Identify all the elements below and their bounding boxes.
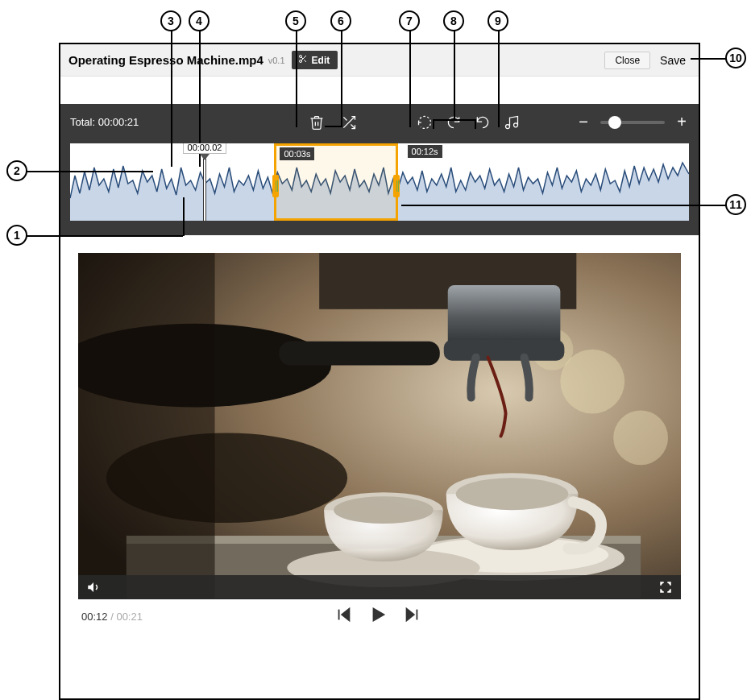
callout-lead [341,31,342,127]
svg-point-8 [506,124,510,128]
callout-9: 9 [488,10,508,31]
selection-handle-right[interactable] [393,175,400,197]
svg-point-20 [613,410,668,465]
svg-rect-26 [279,342,439,366]
callout-lead [27,235,183,237]
callout-3: 3 [160,10,181,31]
total-duration-label: Total: 00:00:21 [70,116,139,128]
svg-marker-41 [407,609,414,621]
video-scene [78,253,681,599]
toolbar: Total: 00:00:21 − [60,104,699,140]
svg-marker-38 [342,609,349,621]
music-icon[interactable] [503,114,521,131]
waveform[interactable]: 00:03s 00:12s 00:00.02 [70,143,689,221]
selection-region[interactable]: 00:03s [274,143,398,221]
fullscreen-icon[interactable] [658,580,673,594]
delete-icon[interactable] [308,114,326,131]
callout-lead [325,126,342,127]
edit-button[interactable]: Edit [292,51,338,69]
svg-point-34 [456,478,569,510]
svg-line-3 [304,60,306,62]
edit-button-label: Edit [312,55,330,66]
svg-point-9 [514,122,518,126]
close-button[interactable]: Close [604,52,650,69]
zoom-out-button[interactable]: − [576,113,591,131]
playhead-time: 00:00.02 [183,143,227,154]
callout-8: 8 [443,10,464,31]
header-bar: Operating Espresso Machine.mp4 v0.1 Edit… [60,44,699,77]
svg-line-6 [351,124,355,128]
scissors-icon [298,54,308,66]
file-version: v0.1 [268,56,285,65]
playhead-line [204,159,205,221]
callout-lead [475,119,476,129]
callout-10: 10 [725,48,746,68]
callout-lead [433,119,476,121]
callout-5: 5 [285,10,306,31]
svg-marker-40 [373,609,384,621]
zoom-slider[interactable] [600,121,665,124]
svg-line-4 [301,57,303,59]
zoom-in-button[interactable]: + [674,113,689,131]
play-icon[interactable] [369,606,387,627]
selection-handle-left[interactable] [272,175,279,197]
callout-11: 11 [725,194,746,215]
volume-icon[interactable] [86,580,101,594]
svg-point-1 [299,60,301,63]
callout-lead [409,31,411,127]
zoom-slider-thumb[interactable] [608,116,621,129]
callout-lead [498,31,500,127]
callout-6: 6 [330,10,351,31]
file-title: Operating Espresso Machine.mp4 [68,53,263,67]
callout-lead [296,31,297,127]
callout-lead [171,31,172,167]
callout-lead [27,171,153,172]
next-icon[interactable] [403,606,421,627]
save-button[interactable]: Save [660,54,686,67]
video-frame[interactable] [78,253,681,599]
callout-lead [454,31,455,121]
reset-icon[interactable] [416,114,434,131]
callout-lead [433,119,434,129]
svg-rect-37 [78,253,215,599]
callout-1: 1 [6,225,27,246]
undo-icon[interactable] [474,114,492,131]
video-editor-app: Operating Espresso Machine.mp4 v0.1 Edit… [59,43,700,700]
callout-4: 4 [189,10,210,31]
duration: 00:21 [116,611,143,623]
selection-end-label: 00:12s [408,145,442,158]
svg-point-0 [299,56,301,58]
svg-rect-24 [444,340,565,361]
video-overlay-bar [78,575,681,599]
svg-point-36 [334,496,434,524]
time-readout: 00:12 / 00:21 [81,611,143,623]
selection-start-label: 00:03s [280,147,314,160]
player-controls: 00:12 / 00:21 [78,599,681,627]
timeline: 00:03s 00:12s 00:00.02 [60,140,699,235]
shuffle-icon[interactable] [340,114,358,131]
prev-icon[interactable] [335,606,353,627]
callout-lead [401,205,733,206]
video-preview-area: 00:12 / 00:21 [78,253,681,627]
callout-7: 7 [399,10,420,31]
current-time: 00:12 [81,611,108,623]
callout-2: 2 [6,160,27,181]
svg-line-7 [344,117,347,120]
playhead[interactable]: 00:00.02 [176,143,233,221]
